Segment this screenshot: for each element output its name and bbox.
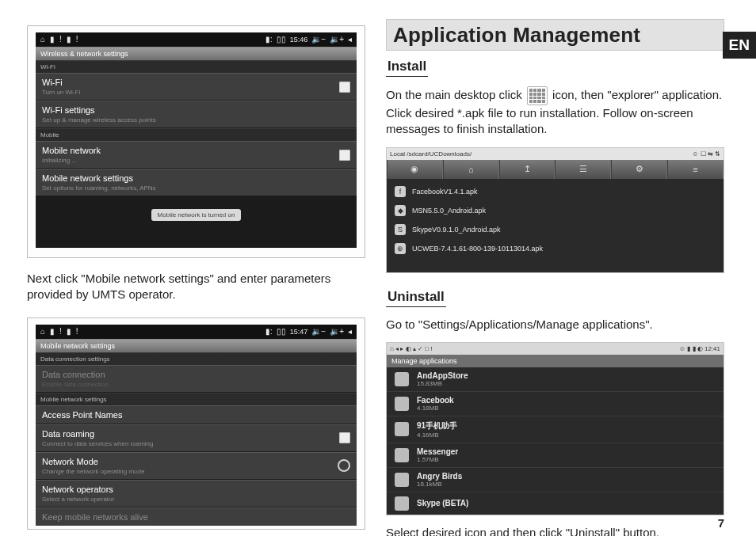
screenshot-wireless-settings: ⌂ ▮ ! ▮ ! ▮: ▯▯ 15:46 🔉− 🔉+ ◂ bbox=[27, 25, 365, 258]
file-row[interactable]: ⊕UCWEB-7.4.1.61-800-139-10113014.apk bbox=[387, 239, 724, 258]
toolbar-btn[interactable]: ⚙ bbox=[611, 160, 667, 179]
row-data-roaming[interactable]: Data roaming Connect to data services wh… bbox=[36, 424, 357, 452]
file-name: UCWEB-7.4.1.61-800-139-10113014.apk bbox=[412, 245, 543, 253]
instruction-text: Next click "Mobile network settings" and… bbox=[27, 271, 365, 303]
app-icon bbox=[395, 422, 409, 436]
app-name: Facebook bbox=[417, 396, 454, 405]
app-row[interactable]: Angry Birds18.1kMB bbox=[387, 468, 724, 492]
toolbar-btn[interactable]: ↥ bbox=[499, 160, 556, 179]
checkbox-icon[interactable] bbox=[339, 82, 350, 93]
notif-icon: ▮ bbox=[67, 36, 71, 44]
row-mobile-network-settings[interactable]: Mobile network settings Set options for … bbox=[36, 169, 357, 196]
notif-icon: ! bbox=[76, 328, 78, 336]
toolbar-btn[interactable]: ⌂ bbox=[443, 160, 499, 179]
app-name: Skype (BETA) bbox=[417, 499, 468, 507]
vol-down-icon: 🔉− bbox=[311, 328, 326, 336]
section-header: Wi-Fi bbox=[36, 60, 357, 73]
file-row[interactable]: SSkypeV0.9.1.0_Android.apk bbox=[387, 220, 724, 239]
uninstall-heading: Uninstall bbox=[386, 289, 446, 307]
row-label: Network operators bbox=[42, 485, 114, 494]
row-subtext: Connect to data services when roaming bbox=[42, 440, 154, 447]
row-wifi[interactable]: Wi-Fi Turn on Wi-Fi bbox=[36, 73, 357, 101]
chevron-left-icon: ◂ bbox=[348, 36, 352, 44]
install-paragraph: On the main desktop click icon, then "ex… bbox=[386, 86, 724, 138]
row-label: Data roaming bbox=[42, 429, 154, 439]
app-icon bbox=[395, 496, 409, 511]
row-network-operators[interactable]: Network operators Select a network opera… bbox=[36, 480, 357, 507]
app-name: Angry Birds bbox=[417, 472, 462, 481]
radio-icon[interactable] bbox=[338, 459, 350, 472]
screenshot-manage-apps: ⌂ ◂ ▸ ◐ ▴ ✓ □ ! ☺ ▮ ▮ ◐ 12:41 Manage app… bbox=[386, 342, 724, 515]
screen-title: Wireless & network settings bbox=[36, 47, 357, 60]
signal-icon: ▯▯ bbox=[277, 328, 286, 336]
row-subtext: Set options for roaming, networks, APNs bbox=[42, 184, 156, 192]
section-header: Mobile bbox=[36, 128, 357, 141]
app-size: 1.57MB bbox=[417, 456, 458, 463]
notif-icon: ! bbox=[59, 36, 62, 44]
notif-icon: ! bbox=[76, 36, 78, 44]
page-number: 7 bbox=[718, 516, 724, 530]
right-column: Application Management Install On the ma… bbox=[386, 19, 724, 525]
file-icon: S bbox=[395, 224, 406, 235]
checkbox-icon[interactable] bbox=[339, 432, 350, 443]
row-label: Wi-Fi bbox=[42, 78, 80, 87]
app-name: 91手机助手 bbox=[417, 420, 457, 431]
toolbar-btn[interactable]: ≡ bbox=[667, 160, 724, 179]
status-time: 15:47 bbox=[290, 328, 308, 336]
row-wifi-settings[interactable]: Wi-Fi settings Set up & manage wireless … bbox=[36, 101, 357, 128]
app-icon bbox=[395, 397, 409, 411]
explorer-file-list: fFacebookV1.4.1.apk ◆MSN5.5.0_Android.ap… bbox=[387, 179, 724, 272]
row-network-mode[interactable]: Network Mode Change the network operatin… bbox=[36, 452, 357, 480]
notif-icon: ▮ bbox=[50, 328, 55, 336]
section-header: Data connection settings bbox=[36, 352, 357, 365]
app-row[interactable]: Facebook4.18MB bbox=[387, 392, 724, 416]
app-icon bbox=[395, 372, 409, 386]
file-name: MSN5.5.0_Android.apk bbox=[412, 207, 486, 215]
battery-icon: ▮: bbox=[265, 328, 273, 336]
app-row[interactable]: Messenger1.57MB bbox=[387, 443, 724, 468]
screenshot-mobile-settings: ⌂ ▮ ! ▮ ! ▮: ▯▯ 15:47 🔉− 🔉+ ◂ bbox=[27, 317, 365, 530]
row-label: Wi-Fi settings bbox=[42, 105, 156, 115]
app-icon bbox=[395, 448, 409, 462]
file-icon: ◆ bbox=[395, 205, 406, 216]
section-header: Mobile network settings bbox=[36, 393, 357, 405]
row-label: Network Mode bbox=[42, 457, 144, 466]
row-label: Mobile network settings bbox=[42, 173, 156, 183]
file-row[interactable]: fFacebookV1.4.1.apk bbox=[387, 182, 724, 201]
vol-up-icon: 🔉+ bbox=[330, 328, 344, 336]
status-time: 15:46 bbox=[290, 36, 308, 44]
toolbar-btn[interactable]: ◉ bbox=[387, 160, 443, 179]
status-icons: ☺ ▮ ▮ ◐ bbox=[679, 345, 704, 352]
toast-message: Mobile network is turned on bbox=[151, 209, 242, 221]
toolbar-btn[interactable]: ☰ bbox=[555, 160, 611, 179]
app-row[interactable]: Skype (BETA) bbox=[387, 492, 724, 515]
vol-up-icon: 🔉+ bbox=[330, 36, 344, 44]
row-subtext: Turn on Wi-Fi bbox=[42, 89, 80, 96]
status-icons: ⌂ ◂ ▸ ◐ ▴ ✓ □ ! bbox=[390, 345, 432, 352]
row-keep-alive: Keep mobile networks alive bbox=[36, 507, 357, 526]
app-row[interactable]: AndAppStore15.83MB bbox=[387, 367, 724, 392]
row-subtext: Initializing ... bbox=[42, 157, 101, 164]
row-label: Access Point Names bbox=[42, 410, 122, 420]
row-label: Data connection bbox=[42, 370, 109, 379]
file-icon: f bbox=[395, 186, 406, 197]
path-text: Local /sdcard/UCDownloads/ bbox=[390, 150, 472, 158]
app-row[interactable]: 91手机助手4.16MB bbox=[387, 416, 724, 443]
notif-icon: ! bbox=[59, 328, 62, 336]
app-name: AndAppStore bbox=[417, 371, 468, 380]
apps-grid-icon bbox=[527, 86, 548, 105]
app-list: AndAppStore15.83MB Facebook4.18MB 91手机助手… bbox=[387, 367, 724, 515]
checkbox-icon[interactable] bbox=[339, 150, 350, 161]
notif-icon: ▮ bbox=[67, 328, 71, 336]
row-mobile-network[interactable]: Mobile network Initializing ... bbox=[36, 141, 357, 169]
file-row[interactable]: ◆MSN5.5.0_Android.apk bbox=[387, 201, 724, 220]
app-size: 18.1kMB bbox=[417, 481, 462, 488]
row-subtext: Change the network operating mode bbox=[42, 468, 144, 475]
home-icon: ⌂ bbox=[40, 328, 45, 336]
battery-icon: ▮: bbox=[265, 36, 273, 44]
install-heading: Install bbox=[386, 59, 428, 77]
row-apn[interactable]: Access Point Names bbox=[36, 405, 357, 424]
row-subtext: Select a network operator bbox=[42, 496, 114, 503]
status-bar: ⌂ ▮ ! ▮ ! ▮: ▯▯ 15:47 🔉− 🔉+ ◂ bbox=[36, 325, 357, 339]
vol-down-icon: 🔉− bbox=[311, 36, 326, 44]
